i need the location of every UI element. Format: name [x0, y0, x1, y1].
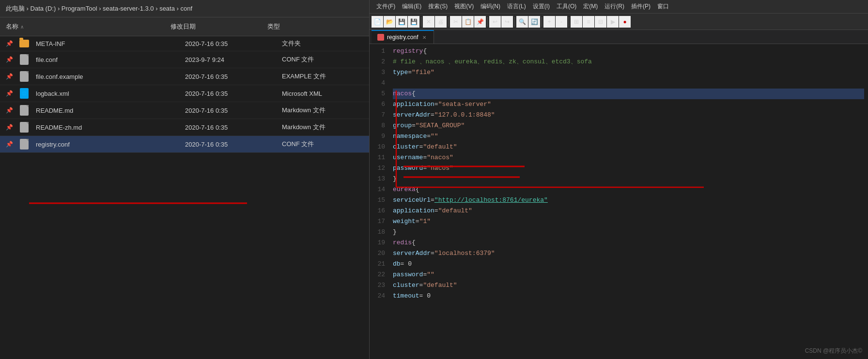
code-line: group = "SEATA_GROUP" — [393, 120, 864, 131]
code-line: eureka { — [393, 184, 864, 195]
file-row[interactable]: 📌🌐logback.xml2020-7-16 0:35Microsoft XML — [0, 85, 369, 102]
file-type: Microsoft XML — [276, 90, 369, 97]
code-line: registry { — [393, 46, 864, 57]
toolbar-redo[interactable]: ↪ — [501, 16, 513, 28]
file-type-icon — [15, 71, 34, 82]
menu-item-P[interactable]: 插件(P) — [628, 1, 653, 12]
toolbar-replace[interactable]: 🔄 — [528, 16, 540, 28]
code-line: cluster = "default" — [393, 142, 864, 152]
folder-icon — [19, 40, 29, 47]
pin-icon: 📌 — [0, 107, 15, 114]
toolbar-cut[interactable]: ✂ — [450, 16, 462, 28]
table-header: 名称 ∧ 修改日期 类型 — [0, 17, 369, 36]
toolbar-save[interactable]: 💾 — [396, 16, 407, 28]
toolbar-zoom-out[interactable]: - — [556, 16, 567, 28]
menu-item-[interactable]: 窗口 — [654, 1, 672, 12]
code-line: db = 0 — [393, 259, 864, 269]
menu-item-I[interactable]: 设置(I) — [530, 1, 553, 12]
file-row[interactable]: 📌META-INF2020-7-16 0:35文件夹 — [0, 36, 369, 51]
toolbar-extra-1[interactable]: ⊞ — [571, 16, 582, 28]
file-type: CONF 文件 — [276, 140, 369, 149]
file-name: META-INF — [34, 40, 179, 47]
toolbar-close[interactable]: ✕ — [423, 16, 434, 28]
file-name: logback.xml — [34, 90, 179, 97]
file-row[interactable]: 📌file.conf.example2020-7-16 0:35EXAMPLE … — [0, 68, 369, 85]
menu-bar: 文件(F)编辑(E)搜索(S)视图(V)编码(N)语言(L)设置(I)工具(O)… — [370, 0, 868, 14]
toolbar-extra-3[interactable]: ⊟ — [595, 16, 606, 28]
toolbar: 📄 📂 💾 💾 ✕ 🖨 ✂ 📋 📌 ↩ ↪ 🔍 🔄 + - ⊞ ≡ ⊟ ▶ ● — [370, 14, 868, 30]
file-type: EXAMPLE 文件 — [276, 72, 369, 81]
generic-file-icon — [20, 71, 29, 82]
menu-item-O[interactable]: 工具(O) — [554, 1, 579, 12]
code-line: serverAddr = "localhost:6379" — [393, 248, 864, 259]
code-content[interactable]: registry { # file 、nacos 、eureka、redis、z… — [389, 44, 868, 359]
col-header-name: 名称 ∧ — [0, 19, 165, 34]
toolbar-save-all[interactable]: 💾 — [408, 16, 419, 28]
code-line: username = "nacos" — [393, 152, 864, 163]
file-type-icon — [15, 54, 34, 65]
toolbar-paste[interactable]: 📌 — [474, 16, 486, 28]
generic-file-icon — [20, 139, 29, 150]
code-line: # file 、nacos 、eureka、redis、zk、consul、et… — [393, 57, 864, 67]
file-name: README.md — [34, 107, 179, 114]
breadcrumb-text: 此电脑 › Data (D:) › ProgramTool › seata-se… — [6, 4, 192, 13]
toolbar-extra-2[interactable]: ≡ — [583, 16, 594, 28]
tab-registry-conf[interactable]: registry.conf ✕ — [372, 30, 434, 44]
toolbar-extra-4[interactable]: ▶ — [607, 16, 619, 28]
file-row[interactable]: 📌README-zh.md2020-7-16 0:35Markdown 文件 — [0, 119, 369, 136]
menu-item-L[interactable]: 语言(L) — [504, 1, 529, 12]
pin-icon: 📌 — [0, 90, 15, 97]
pin-icon: 📌 — [0, 124, 15, 131]
toolbar-extra-5[interactable]: ● — [619, 16, 631, 28]
code-line: password = "nacos" — [393, 163, 864, 174]
menu-item-V[interactable]: 视图(V) — [451, 1, 477, 12]
toolbar-sep-3 — [487, 17, 488, 27]
code-line: serverAddr = "127.0.0.1:8848" — [393, 110, 864, 120]
file-date: 2020-7-16 0:35 — [179, 73, 276, 80]
menu-item-R[interactable]: 运行(R) — [602, 1, 627, 12]
pin-icon: 📌 — [0, 141, 15, 148]
menu-item-F[interactable]: 文件(F) — [373, 1, 398, 12]
file-table: 名称 ∧ 修改日期 类型 📌META-INF2020-7-16 0:35文件夹📌… — [0, 17, 369, 359]
menu-item-N[interactable]: 编码(N) — [478, 1, 503, 12]
menu-item-E[interactable]: 编辑(E) — [399, 1, 424, 12]
line-numbers: 123456789101112131415161718192021222324 — [370, 44, 389, 359]
toolbar-find[interactable]: 🔍 — [516, 16, 528, 28]
file-row[interactable]: 📌README.md2020-7-16 0:35Markdown 文件 — [0, 102, 369, 119]
code-editor-panel: 文件(F)编辑(E)搜索(S)视图(V)编码(N)语言(L)设置(I)工具(O)… — [370, 0, 868, 359]
file-row[interactable]: 📌file.conf2023-9-7 9:24CONF 文件 — [0, 51, 369, 68]
watermark: CSDN @程序员小杰© — [805, 347, 862, 355]
toolbar-open[interactable]: 📂 — [384, 16, 395, 28]
menu-item-S[interactable]: 搜索(S) — [425, 1, 450, 12]
file-type-icon — [15, 105, 34, 116]
file-type: Markdown 文件 — [276, 123, 369, 132]
code-line — [393, 78, 864, 89]
code-editor: 123456789101112131415161718192021222324 … — [370, 44, 868, 359]
toolbar-sep-6 — [569, 17, 569, 27]
pin-icon: 📌 — [0, 40, 15, 47]
code-line: timeout = 0 — [393, 291, 864, 301]
file-row[interactable]: 📌registry.conf2020-7-16 0:35CONF 文件 — [0, 136, 369, 153]
toolbar-new[interactable]: 📄 — [372, 16, 383, 28]
code-line: password = "" — [393, 269, 864, 280]
file-name: README-zh.md — [34, 124, 179, 131]
toolbar-sep-2 — [448, 17, 449, 27]
toolbar-copy[interactable]: 📋 — [462, 16, 474, 28]
file-date: 2020-7-16 0:35 — [179, 40, 276, 47]
code-line: } — [393, 227, 864, 238]
toolbar-zoom-in[interactable]: + — [543, 16, 555, 28]
pin-icon: 📌 — [0, 56, 15, 63]
menu-item-M[interactable]: 宏(M) — [580, 1, 601, 12]
tab-label: registry.conf — [387, 34, 418, 41]
file-date: 2020-7-16 0:35 — [179, 90, 276, 97]
toolbar-print[interactable]: 🖨 — [435, 16, 447, 28]
tab-close-button[interactable]: ✕ — [421, 34, 428, 41]
file-type-icon — [15, 122, 34, 133]
toolbar-undo[interactable]: ↩ — [489, 16, 501, 28]
code-line: weight = "1" — [393, 216, 864, 227]
file-type: CONF 文件 — [276, 55, 369, 64]
file-name: registry.conf — [34, 141, 179, 148]
file-type: 文件夹 — [276, 39, 369, 48]
file-type-icon — [15, 40, 34, 47]
breadcrumb: 此电脑 › Data (D:) › ProgramTool › seata-se… — [0, 0, 369, 17]
